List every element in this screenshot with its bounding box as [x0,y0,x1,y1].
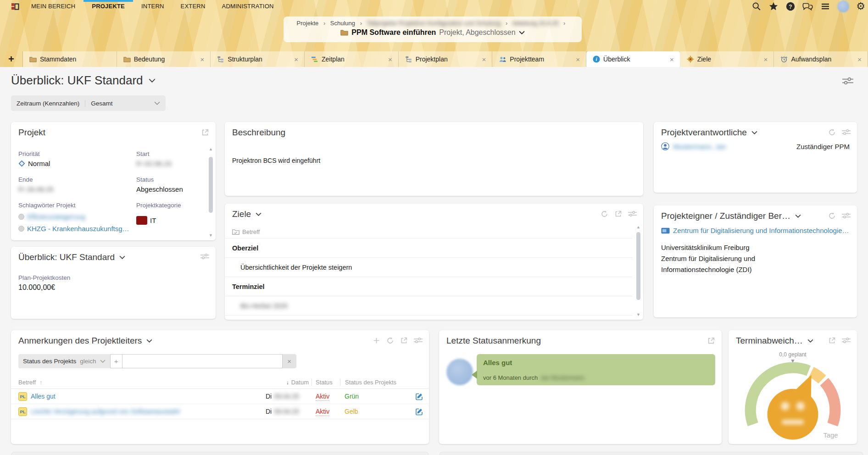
scroll-down-arrow[interactable]: ▼ [208,233,214,238]
anmerkung-betreff-redacted[interactable]: Leichte Verzögerung aufgrund von Softwar… [31,408,180,415]
status-aktiv[interactable]: Aktiv [316,393,329,401]
menu-icon[interactable] [820,1,830,11]
tab-strukturplan[interactable]: Strukturplan × [211,51,305,67]
column-datum[interactable]: Datum [291,379,309,386]
column-betreff[interactable]: Betreff [18,379,36,386]
ziele-column-betreff[interactable]: Betreff [242,228,260,235]
breadcrumb-redacted-1[interactable]: Teilprojekte Projektron Konfiguration un… [367,20,501,27]
close-tab-icon[interactable]: × [387,55,394,63]
tab-stammdaten[interactable]: Stammdaten [23,51,117,67]
folder-icon [29,56,37,62]
tab-ueberblick[interactable]: i Überblick × [586,51,680,67]
card-title: Letzte Statusanmerkung [446,336,541,346]
breadcrumb-projekte[interactable]: Projekte [297,20,319,27]
widget-settings-icon[interactable] [842,212,851,219]
add-icon[interactable] [373,337,380,344]
ziele-row-gruppe[interactable]: Terminziel [225,277,632,296]
anmerkung-betreff-link[interactable]: Alles gut [31,393,56,400]
close-tab-icon[interactable]: × [199,55,206,63]
open-external-icon[interactable] [828,337,836,344]
schlagwort-redacted[interactable]: Effizienzsteigerung [27,213,85,221]
filter-value-input[interactable] [122,354,283,368]
ziele-row-gruppe[interactable]: Oberziel [225,238,632,257]
close-tab-icon[interactable]: × [856,55,863,63]
ziele-row-gruppe[interactable]: Leistungsziel [225,315,632,320]
scroll-thumb[interactable] [636,232,640,300]
filter-add-value-button[interactable]: + [110,354,122,368]
scroll-up-arrow[interactable]: ▲ [208,147,214,151]
widget-settings-icon[interactable] [842,337,851,344]
dashboard-settings-icon[interactable] [842,77,853,85]
add-tab-button[interactable]: + [0,51,23,67]
terminabweichung-gauge: 0,0 geplant Tage [733,349,852,444]
column-status[interactable]: Status [312,379,340,386]
ziele-row[interactable]: Übersichtlichkeit der Projekte steigern [225,257,632,277]
ziele-row-redacted[interactable]: Bis Herbst 2025 [225,296,632,315]
nav-projekte[interactable]: PROJEKTE [83,0,133,13]
close-tab-icon[interactable]: × [574,55,581,63]
sort-desc-icon[interactable]: ↓ [286,379,289,386]
structure-tree-icon [405,56,412,63]
eigner-org-link[interactable]: Zentrum für Digitalisierung und Informat… [673,227,849,234]
close-tab-icon[interactable]: × [668,55,675,63]
search-icon[interactable] [751,1,762,11]
nav-administration[interactable]: ADMINISTRATION [214,0,282,13]
filter-clear-icon[interactable]: × [283,354,296,368]
settings-gear-icon[interactable]: ⚙ [856,1,865,11]
chevron-down-icon[interactable] [807,339,813,343]
chevron-down-icon[interactable] [149,78,156,83]
close-tab-icon[interactable]: × [762,55,769,63]
refresh-icon[interactable] [386,337,394,344]
team-icon [499,56,506,62]
tab-ziele[interactable]: Ziele × [680,51,774,67]
breadcrumb-redacted-2[interactable]: Abteilung 23.4.25 [512,20,558,27]
nav-extern[interactable]: EXTERN [172,0,214,13]
widget-settings-icon[interactable] [628,211,637,217]
help-icon[interactable]: ? [785,1,796,11]
status-aktiv[interactable]: Aktiv [316,408,329,416]
open-external-icon[interactable] [201,128,209,137]
tab-aufwandsplan[interactable]: Aufwandsplan × [774,51,868,67]
scrollbar-vertical[interactable]: ▲ ▼ [635,225,641,317]
chevron-down-icon[interactable] [795,214,801,218]
widget-settings-icon[interactable] [200,253,209,260]
breadcrumb-schulung[interactable]: Schulung [330,20,355,27]
close-tab-icon[interactable]: × [481,55,488,63]
column-projektstatus[interactable]: Status des Projekts [340,379,410,386]
kennzahlen-zeitraum-filter[interactable]: Zeitraum (Kennzahlen) Gesamt [11,95,166,111]
nav-mein-bereich[interactable]: MEIN BEREICH [23,0,83,13]
chevron-down-icon[interactable] [146,339,152,343]
edit-icon[interactable] [415,392,423,400]
sort-asc-icon[interactable]: ↑ [39,379,42,386]
nav-intern[interactable]: INTERN [133,0,172,13]
schlagwort-khzg-link[interactable]: KHZG - Krankenhauszukunftsg… [27,225,129,233]
verantwortlicher-name-redacted[interactable]: Mustermann, Jan [673,143,726,150]
open-external-icon[interactable] [614,210,622,218]
widget-settings-icon[interactable] [842,129,851,136]
chevron-down-icon[interactable] [519,31,525,34]
refresh-icon[interactable] [828,212,836,220]
chat-icon[interactable] [802,1,813,11]
scroll-up-arrow[interactable]: ▲ [635,225,641,229]
scroll-thumb[interactable] [209,157,213,213]
tab-zeitplan[interactable]: Zeitplan × [305,51,399,67]
chevron-down-icon[interactable] [256,212,262,216]
close-tab-icon[interactable]: × [293,55,300,63]
current-project-title[interactable]: PPM Software einführen [351,28,436,37]
scrollbar-vertical[interactable]: ▲ ▼ [208,147,214,238]
widget-settings-icon[interactable] [414,337,423,344]
open-external-icon[interactable] [400,337,408,344]
scroll-down-arrow[interactable]: ▼ [635,312,641,317]
user-avatar[interactable] [837,0,849,12]
chevron-down-icon[interactable] [751,131,757,134]
open-external-icon[interactable] [707,337,715,345]
chevron-down-icon[interactable] [119,255,125,259]
tab-bedeutung[interactable]: Bedeutung × [117,51,211,67]
filter-field-dropdown[interactable]: Status des Projekts gleich [18,354,110,368]
edit-icon[interactable] [415,407,423,416]
tab-projektplan[interactable]: Projektplan × [399,51,493,67]
favorites-star-icon[interactable] [768,1,779,11]
tab-projektteam[interactable]: Projektteam × [492,51,586,67]
refresh-icon[interactable] [601,210,608,218]
refresh-icon[interactable] [828,128,836,136]
